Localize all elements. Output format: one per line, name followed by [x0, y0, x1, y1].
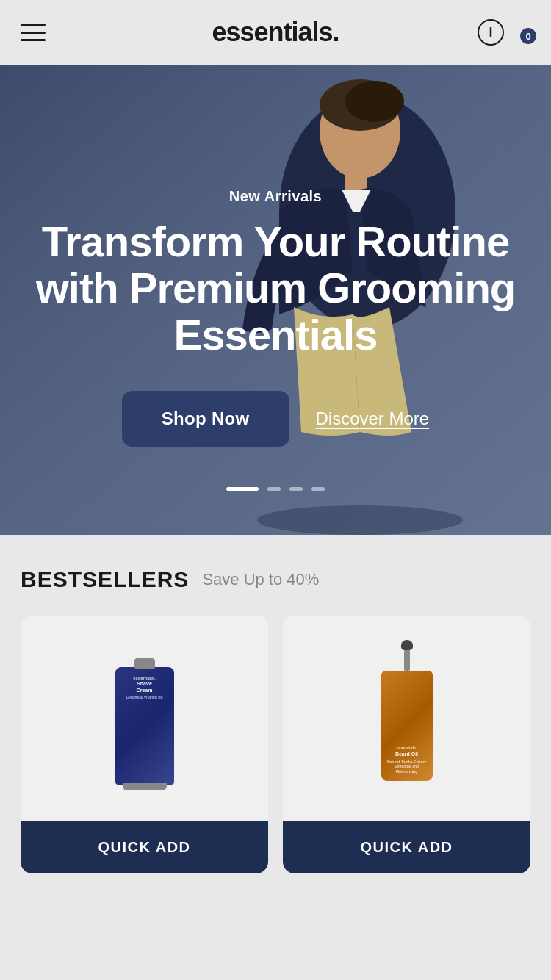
section-subtitle: Save Up to 40%	[202, 570, 319, 589]
header-left	[21, 24, 46, 41]
product-card-beard-oil: essentials. Beard Oil Natural Jojoba Ext…	[283, 616, 530, 873]
quick-add-beard-oil-button[interactable]: QUICK ADD	[283, 821, 530, 873]
carousel-dot-2[interactable]	[267, 487, 281, 491]
info-button[interactable]: i	[478, 19, 504, 46]
hero-subtitle: New Arrivals	[32, 188, 519, 205]
brand-title: essentials.	[212, 17, 339, 47]
products-grid: essentials. ShaveCream Glycine & Vitamin…	[21, 616, 530, 873]
quick-add-shave-cream-button[interactable]: QUICK ADD	[21, 821, 268, 873]
header: essentials. i 0	[0, 0, 551, 65]
hero-section: New Arrivals Transform Your Routine with…	[0, 65, 551, 535]
beard-oil-product: essentials. Beard Oil Natural Jojoba Ext…	[381, 671, 433, 781]
carousel-dot-1[interactable]	[226, 487, 259, 491]
product-card-shave-cream: essentials. ShaveCream Glycine & Vitamin…	[21, 616, 268, 873]
info-icon: i	[478, 19, 504, 46]
svg-point-8	[345, 81, 404, 122]
menu-button[interactable]	[21, 24, 46, 41]
hero-title: Transform Your Routine with Premium Groo…	[32, 218, 519, 359]
tube-label: essentials. ShaveCream Glycine & Vitamin…	[123, 673, 165, 702]
header-right: i 0	[478, 19, 530, 46]
svg-point-10	[257, 505, 463, 535]
shave-cream-tube: essentials. ShaveCream Glycine & Vitamin…	[115, 667, 174, 785]
section-title: BESTSELLERS	[21, 567, 189, 592]
shop-now-button[interactable]: Shop Now	[122, 391, 289, 447]
beard-oil-image-area: essentials. Beard Oil Natural Jojoba Ext…	[283, 616, 530, 821]
carousel-dots	[226, 487, 325, 491]
cart-badge: 0	[520, 28, 536, 44]
shave-cream-product: essentials. ShaveCream Glycine & Vitamin…	[115, 667, 174, 785]
hero-content: New Arrivals Transform Your Routine with…	[0, 188, 551, 447]
hero-buttons: Shop Now Discover More	[32, 391, 519, 447]
bestsellers-section: BESTSELLERS Save Up to 40% essentials. S…	[0, 535, 551, 903]
bottle-label: essentials. Beard Oil Natural Jojoba Ext…	[384, 746, 429, 774]
hamburger-icon	[21, 24, 46, 41]
shave-cream-image-area: essentials. ShaveCream Glycine & Vitamin…	[21, 616, 268, 821]
carousel-dot-3[interactable]	[289, 487, 303, 491]
carousel-dot-4[interactable]	[311, 487, 325, 491]
header-center: essentials.	[212, 17, 339, 48]
section-header: BESTSELLERS Save Up to 40%	[21, 567, 530, 592]
beard-oil-bottle: essentials. Beard Oil Natural Jojoba Ext…	[381, 671, 433, 781]
discover-more-button[interactable]: Discover More	[316, 408, 430, 429]
